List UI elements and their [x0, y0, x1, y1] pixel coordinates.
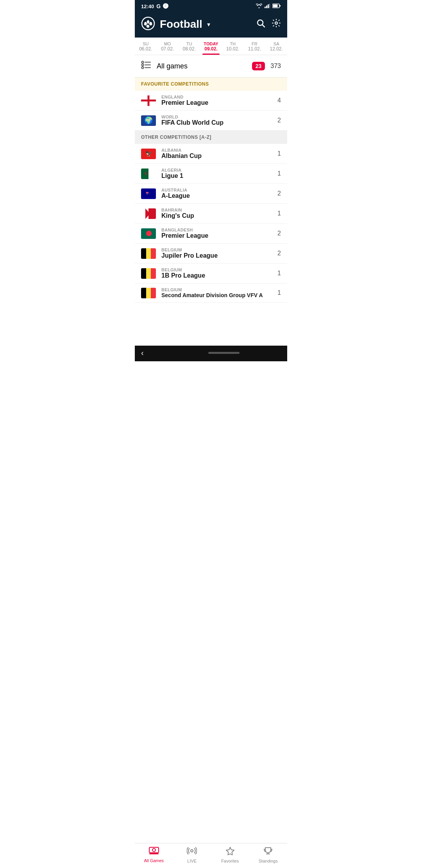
- tab-today[interactable]: TODAY 09.02.: [200, 38, 222, 55]
- flag-bangladesh: [141, 228, 156, 239]
- competition-info-belgium-1bpl: BELGIUM 1B Pro League: [161, 267, 272, 279]
- tab-friday[interactable]: FR 11.02.: [244, 38, 266, 55]
- flag-belgium-1: [141, 248, 156, 259]
- competition-info-england-pl: ENGLAND Premier League: [161, 95, 272, 106]
- competition-bahrain-kc[interactable]: BAHRAIN King's Cup 1: [135, 204, 287, 224]
- competition-info-bahrain: BAHRAIN King's Cup: [161, 208, 272, 219]
- svg-point-17: [142, 64, 144, 66]
- search-icon[interactable]: [256, 18, 265, 30]
- svg-rect-6: [273, 4, 278, 7]
- competition-belgium-sad[interactable]: BELGIUM Second Amateur Division Group VF…: [135, 283, 287, 303]
- competition-info-world-fifa: WORLD FIFA Club World Cup: [161, 115, 272, 126]
- flag-algeria: ☪: [141, 169, 156, 179]
- competition-bangladesh-pl[interactable]: BANGLADESH Premier League 2: [135, 224, 287, 244]
- filter-list-icon: [141, 61, 151, 72]
- tab-sunday[interactable]: SU 06.02.: [135, 38, 157, 55]
- competition-world-fifa[interactable]: 🌍 WORLD FIFA Club World Cup 2: [135, 111, 287, 131]
- competition-info-bangladesh: BANGLADESH Premier League: [161, 228, 272, 239]
- competition-info-albania: ALBANIA Albanian Cup: [161, 148, 272, 160]
- battery-icon: [272, 4, 281, 9]
- flag-world: 🌍: [141, 115, 156, 126]
- all-games-row[interactable]: All games 23 373: [135, 55, 287, 77]
- wifi-icon: [256, 4, 262, 9]
- tab-monday[interactable]: MO 07.02.: [157, 38, 179, 55]
- page-title: Football: [160, 18, 202, 30]
- total-count: 373: [270, 63, 281, 70]
- flag-england: [141, 95, 156, 106]
- google-icon: G: [156, 3, 161, 9]
- signal-icon: [265, 4, 270, 9]
- svg-line-13: [263, 25, 265, 27]
- app-header: Football ▾: [135, 13, 287, 38]
- header-icons: [256, 18, 281, 30]
- svg-rect-2: [268, 4, 269, 8]
- competition-info-belgium-sad: BELGIUM Second Amateur Division Group VF…: [161, 287, 272, 298]
- flag-bahrain: [141, 208, 156, 219]
- svg-rect-3: [269, 4, 270, 8]
- tab-tuesday[interactable]: TU 08.02.: [178, 38, 200, 55]
- competition-info-belgium-jpl: BELGIUM Jupiler Pro League: [161, 247, 272, 259]
- competition-australia-aleague[interactable]: 🇦🇺 AUSTRALIA A-League 2: [135, 184, 287, 204]
- svg-point-14: [275, 22, 277, 24]
- competition-belgium-1bpl[interactable]: BELGIUM 1B Pro League 1: [135, 264, 287, 283]
- svg-point-19: [142, 67, 144, 69]
- flag-albania: 🦅: [141, 149, 156, 159]
- other-section-header: OTHER COMPETITIONS [A-Z]: [135, 131, 287, 144]
- time-display: 12:40: [141, 4, 154, 9]
- svg-rect-5: [279, 5, 281, 7]
- competition-info-australia: AUSTRALIA A-League: [161, 188, 272, 199]
- competition-albania-cup[interactable]: 🦅 ALBANIA Albanian Cup 1: [135, 144, 287, 164]
- settings-icon[interactable]: [272, 18, 281, 30]
- competition-info-algeria: ALGERIA Ligue 1: [161, 168, 272, 179]
- football-sport-icon: [141, 16, 155, 32]
- flag-belgium-3: [141, 288, 156, 298]
- live-count-badge: 23: [252, 62, 265, 70]
- favourite-section-header: FAVOURITE COMPETITIONS: [135, 77, 287, 91]
- flag-belgium-2: [141, 268, 156, 279]
- system-nav-bar: ‹: [135, 346, 287, 361]
- svg-point-15: [142, 61, 144, 63]
- main-content: All games 23 373 FAVOURITE COMPETITIONS …: [135, 55, 287, 346]
- competition-england-pl[interactable]: ENGLAND Premier League 4: [135, 91, 287, 111]
- svg-rect-1: [266, 5, 267, 8]
- photo-icon: 🅟: [163, 3, 168, 9]
- flag-australia: 🇦🇺: [141, 188, 156, 199]
- day-tabs: SU 06.02. MO 07.02. TU 08.02. TODAY 09.0…: [135, 38, 287, 55]
- back-button[interactable]: ‹: [141, 348, 144, 357]
- header-left: Football ▾: [141, 16, 210, 32]
- dropdown-arrow-icon[interactable]: ▾: [207, 21, 210, 28]
- home-pill[interactable]: [208, 352, 240, 354]
- competition-algeria-l1[interactable]: ☪ ALGERIA Ligue 1 1: [135, 164, 287, 184]
- status-left: 12:40 G 🅟: [141, 3, 168, 9]
- tab-thursday[interactable]: TH 10.02.: [222, 38, 244, 55]
- all-games-label: All games: [157, 62, 247, 70]
- status-right: [256, 4, 281, 9]
- svg-marker-11: [146, 25, 150, 28]
- tab-saturday[interactable]: SA 12.02.: [265, 38, 287, 55]
- competition-belgium-jpl[interactable]: BELGIUM Jupiler Pro League 2: [135, 244, 287, 264]
- status-bar: 12:40 G 🅟: [135, 0, 287, 13]
- svg-rect-0: [265, 7, 266, 8]
